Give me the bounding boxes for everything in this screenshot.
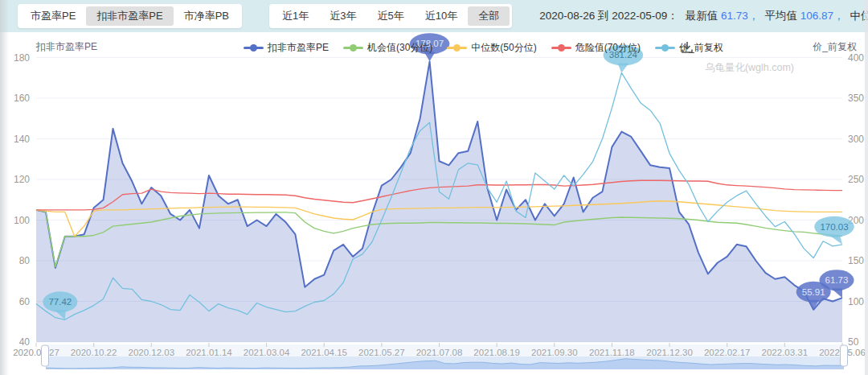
right-axis-tick-label: 50 [848,336,859,348]
left-axis-tick-label: 60 [19,296,31,307]
right-axis-tick-label: 400 [848,52,864,64]
legend-label: 扣非市盈率PE [268,41,329,55]
stock-valuation-page: 市盈率PE扣非市盈率PE市净率PB 近1年近3年近5年近10年全部 2020-0… [0,0,868,375]
range-button-1[interactable]: 近3年 [319,6,366,26]
chart-legend: 扣非市盈率PE机会值(30分位)中位数(50分位)危险值(70分位)价_前复权 [244,41,723,55]
stats-label-0: 最新值 [686,10,721,22]
legend-marker-icon [447,43,467,52]
legend-item-0[interactable]: 扣非市盈率PE [244,41,329,55]
stats-date-range: 2020-08-26 到 2022-05-09： [539,10,678,22]
legend-marker-icon [244,43,264,52]
range-button-0[interactable]: 近1年 [272,6,319,26]
legend-marker-icon [551,43,571,52]
legend-item-2[interactable]: 中位数(50分位) [447,41,536,55]
left-axis-tick-label: 80 [19,255,31,266]
legend-label: 机会值(30分位) [367,41,432,55]
annotation-pin-label: 55.91 [802,287,825,297]
legend-marker-icon [343,43,363,52]
range-button-group: 近1年近3年近5年近10年全部 [269,4,512,28]
toolbar: 市盈率PE扣非市盈率PE市净率PB 近1年近3年近5年近10年全部 2020-0… [0,0,868,32]
datazoom-handle-left[interactable] [42,345,49,366]
plot-area: 4060801001201401601805010015020025030035… [0,32,868,375]
stats-value-0: 61.73， [721,10,759,22]
stats-summary: 2020-08-26 到 2022-05-09：最新值 61.73，平均值 10… [539,9,868,23]
metric-button-0[interactable]: 市盈率PE [20,6,86,26]
annotation-pin-label: 170.03 [820,222,848,232]
valuation-chart: 扣非市盈率PE 扣非市盈率PE机会值(30分位)中位数(50分位)危险值(70分… [0,32,868,375]
left-axis-tick-label: 120 [14,174,30,185]
legend-label: 中位数(50分位) [471,41,536,55]
metric-button-1[interactable]: 扣非市盈率PE [86,6,173,26]
range-button-3[interactable]: 近10年 [415,6,468,26]
annotation-pin-label: 61.73 [825,275,849,285]
right-axis-tick-label: 300 [848,134,864,145]
watermark: 乌龟量化(wglh.com) [705,61,794,75]
legend-marker-icon [655,43,675,52]
metric-button-group: 市盈率PE扣非市盈率PE市净率PB [18,4,242,28]
range-button-4[interactable]: 全部 [468,6,510,26]
annotation-pin-label: 77.42 [48,297,72,307]
left-axis-tick-label: 140 [14,134,30,145]
range-button-2[interactable]: 近5年 [367,6,415,26]
legend-label: 危险值(70分位) [575,41,641,55]
left-axis-tick-label: 40 [19,336,31,348]
legend-item-3[interactable]: 危险值(70分位) [551,41,641,55]
page-edge-shadow-right [865,0,868,375]
right-axis-tick-label: 150 [848,255,864,266]
right-axis-tick-label: 350 [848,93,864,104]
left-axis-tick-label: 100 [14,215,30,226]
stats-value-1: 106.87， [800,10,845,22]
left-axis-tick-label: 180 [14,52,30,64]
stats-label-1: 平均值 [764,10,800,22]
download-icon[interactable] [680,40,694,55]
legend-item-1[interactable]: 机会值(30分位) [343,41,432,55]
metric-button-2[interactable]: 市净率PB [174,6,240,26]
series-area-0 [36,61,842,342]
left-axis-tick-label: 160 [14,93,30,104]
datazoom-handle-right[interactable] [841,345,848,366]
right-axis-tick-label: 250 [848,174,864,185]
right-axis-tick-label: 100 [848,296,864,307]
